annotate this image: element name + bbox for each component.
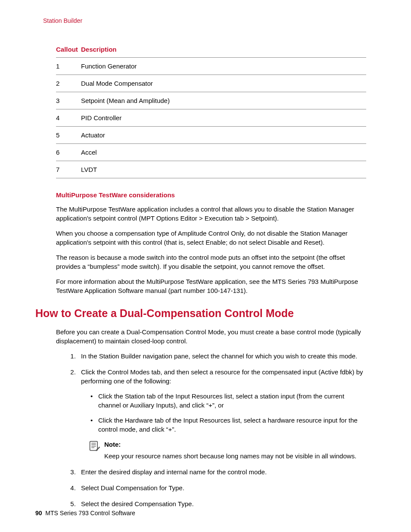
section-title: How to Create a Dual-Compensation Contro…	[35, 307, 368, 320]
step-item: Enter the desired display and internal n…	[78, 467, 368, 476]
cell-description: LVDT	[81, 161, 366, 178]
step-text: Click the Control Modes tab, and then se…	[81, 368, 363, 385]
note-label: Note:	[104, 440, 368, 449]
table-row: 3Setpoint (Mean and Amplitude)	[56, 92, 366, 109]
note-block: Note: Keep your resource names short bec…	[89, 440, 368, 460]
cell-description: PID Controller	[81, 109, 366, 127]
table-row: 7LVDT	[56, 161, 366, 178]
cell-description: Accel	[81, 144, 366, 161]
cell-description: Setpoint (Mean and Amplitude)	[81, 92, 366, 109]
cell-callout: 1	[56, 58, 81, 75]
table-row: 5Actuator	[56, 127, 366, 144]
paragraph: For more information about the MultiPurp…	[56, 277, 368, 295]
bullet-item: Click the Hardware tab of the Input Reso…	[89, 416, 368, 434]
breadcrumb: Station Builder	[43, 17, 368, 24]
cell-callout: 3	[56, 92, 81, 109]
paragraph: The MultiPurpose TestWare application in…	[56, 205, 368, 223]
footer-title: MTS Series 793 Control Software	[45, 510, 135, 516]
bullet-item: Click the Station tab of the Input Resou…	[89, 392, 368, 410]
th-description: Description	[81, 41, 366, 58]
step-item: Select the desired Compensation Type.	[78, 499, 368, 508]
table-row: 2Dual Mode Compensator	[56, 75, 366, 92]
steps-list: In the Station Builder navigation pane, …	[69, 352, 368, 508]
cell-description: Actuator	[81, 127, 366, 144]
cell-description: Dual Mode Compensator	[81, 75, 366, 92]
callout-table: Callout Description 1Function Generator …	[56, 41, 368, 178]
step-item: In the Station Builder navigation pane, …	[78, 352, 368, 361]
th-callout: Callout	[56, 41, 81, 58]
page-footer: 90 MTS Series 793 Control Software	[35, 510, 135, 516]
table-row: 6Accel	[56, 144, 366, 161]
paragraph: The reason is because a mode switch into…	[56, 253, 368, 271]
note-icon	[89, 440, 101, 452]
cell-callout: 4	[56, 109, 81, 127]
paragraph: When you choose a compensation type of A…	[56, 229, 368, 247]
step-item: Click the Control Modes tab, and then se…	[78, 367, 368, 460]
table-row: 4PID Controller	[56, 109, 366, 127]
intro-paragraph: Before you can create a Dual-Compensatio…	[56, 327, 368, 345]
note-text: Keep your resource names short because l…	[104, 452, 356, 460]
step-item: Select Dual Compensation for Type.	[78, 483, 368, 492]
cell-callout: 5	[56, 127, 81, 144]
cell-callout: 7	[56, 161, 81, 178]
page-number: 90	[35, 510, 42, 516]
subheading-testware: MultiPurpose TestWare considerations	[56, 191, 368, 199]
cell-callout: 2	[56, 75, 81, 92]
table-row: 1Function Generator	[56, 58, 366, 75]
svg-rect-0	[90, 442, 98, 451]
sub-bullets: Click the Station tab of the Input Resou…	[89, 392, 368, 434]
cell-description: Function Generator	[81, 58, 366, 75]
cell-callout: 6	[56, 144, 81, 161]
